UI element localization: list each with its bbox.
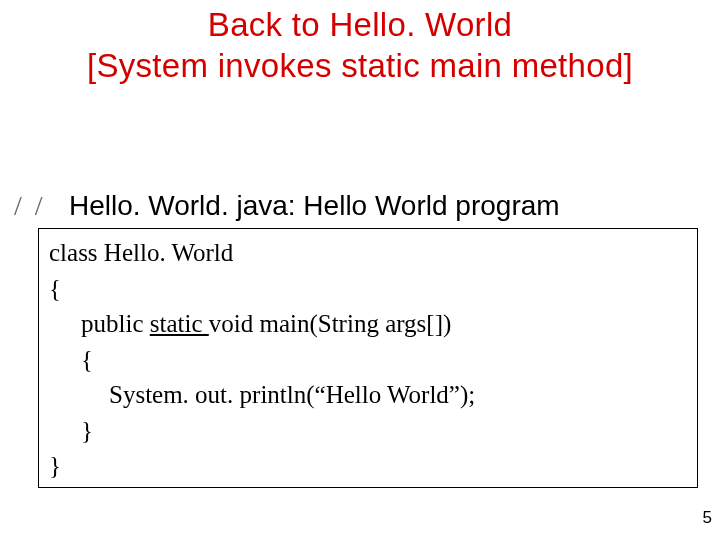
kw-public: public: [81, 310, 150, 337]
code-line-1: class Hello. World: [49, 239, 233, 266]
slide: Back to Hello. World [System invokes sta…: [0, 0, 720, 540]
code-comment: / / Hello. World. java: Hello World prog…: [14, 190, 560, 222]
comment-slashes: / /: [14, 190, 46, 221]
slide-title: Back to Hello. World [System invokes sta…: [0, 0, 720, 87]
title-line-1: Back to Hello. World: [0, 4, 720, 45]
title-line-2: [System invokes static main method]: [0, 45, 720, 86]
comment-text: Hello. World. java: Hello World program: [69, 190, 560, 221]
code-line-6: }: [49, 413, 687, 449]
code-line-3: public static void main(String args[]): [49, 306, 687, 342]
code-line-4: {: [49, 342, 687, 378]
kw-static: static: [150, 310, 209, 337]
page-number: 5: [703, 508, 712, 528]
code-box: class Hello. World { public static void …: [38, 228, 698, 488]
code-line-5: System. out. println(“Hello World”);: [49, 377, 687, 413]
main-signature: void main(String args[]): [209, 310, 452, 337]
code-line-7: }: [49, 452, 61, 479]
code-line-2: {: [49, 275, 61, 302]
